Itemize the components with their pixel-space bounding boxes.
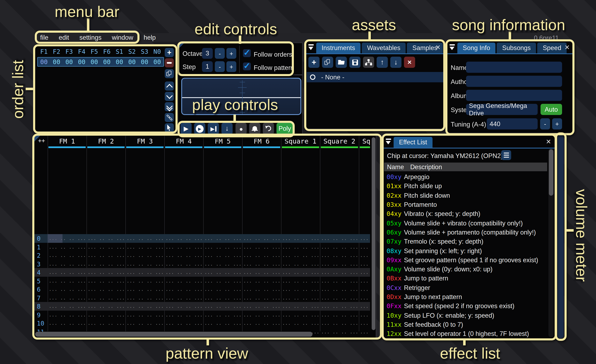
order-move-down-double-button[interactable] — [165, 102, 174, 111]
order-column-header[interactable]: F1 — [38, 48, 50, 55]
pattern-cell[interactable]: ... .. .. .... — [203, 243, 242, 251]
order-remove-button[interactable] — [165, 58, 174, 67]
pattern-cell[interactable]: ... .. .. .... — [242, 234, 281, 243]
effect-row[interactable]: 01xx Pitch slide up — [384, 182, 547, 191]
pattern-cell[interactable]: ... .. .. .... — [242, 243, 281, 251]
system-auto-button[interactable]: Auto — [541, 104, 562, 115]
order-cell[interactable]: 00 — [50, 58, 63, 66]
pattern-cell[interactable]: ... .. .. .... — [242, 319, 281, 328]
pattern-cell[interactable]: ... .. .. .... — [125, 310, 164, 319]
pattern-cell[interactable]: ... .. .. .... — [203, 260, 242, 268]
effect-row[interactable]: 03xx Portamento — [384, 200, 547, 210]
effect-row[interactable]: 08xy Set panning (x: left; y: right) — [384, 246, 547, 256]
pattern-cell[interactable]: ... .. .. .... — [320, 293, 359, 302]
pattern-cell[interactable]: ... .. .. .... — [125, 243, 164, 251]
play-pattern-button[interactable]: ▶ — [194, 123, 205, 134]
pattern-cell[interactable]: ... .. .. .... — [359, 260, 370, 268]
pattern-horizontal-scrollbar[interactable] — [35, 332, 313, 337]
order-column-header[interactable]: S3 — [138, 48, 151, 55]
metronome-button[interactable] — [249, 123, 260, 134]
order-cell[interactable]: 00 — [113, 58, 126, 66]
order-move-down-button[interactable] — [165, 92, 174, 101]
close-icon[interactable]: × — [546, 137, 551, 146]
effect-row[interactable]: 05xy Volume slide + vibrato (compatibili… — [384, 218, 547, 228]
pattern-cell[interactable]: ... .. .. .... — [359, 302, 370, 310]
pattern-cell[interactable]: ... .. .. .... — [87, 285, 125, 293]
asset-add-button[interactable]: + — [308, 57, 320, 68]
asset-folders-button[interactable] — [363, 57, 374, 68]
pattern-cell[interactable]: ... .. .. .... — [359, 234, 370, 243]
close-icon[interactable]: × — [565, 43, 569, 51]
order-cell[interactable]: 00 — [63, 58, 75, 66]
pattern-cell[interactable]: ... .. .. .... — [359, 285, 370, 293]
pattern-cell[interactable]: ... .. .. .... — [164, 293, 203, 302]
step-value[interactable]: 1 — [202, 61, 213, 72]
pattern-row[interactable]: 5 ... .. .. .... ... .. .. .... ... .. .… — [34, 277, 370, 285]
channel-header[interactable]: Square 3 — [359, 137, 370, 148]
order-cell[interactable]: 00 — [126, 58, 138, 66]
pattern-row[interactable]: 3 ... .. .. .... ... .. .. .... ... .. .… — [34, 260, 370, 268]
pattern-cell[interactable]: ... .. .. .... — [164, 285, 203, 293]
repeat-button[interactable] — [263, 123, 274, 134]
move-cursor-down-button[interactable]: ↓ — [221, 123, 233, 134]
pattern-cell[interactable]: ... .. .. .... — [320, 243, 359, 251]
pattern-cell[interactable]: ... .. .. .... — [281, 234, 320, 243]
effect-row[interactable]: 0Fxx Set speed (speed 2 if no grooves ex… — [384, 302, 547, 311]
pattern-row[interactable]: 10 ... .. .. .... ... .. .. .... ... .. … — [34, 319, 370, 328]
pattern-cell[interactable]: ... .. .. .... — [242, 251, 281, 260]
pattern-cell[interactable]: ... .. .. .... — [281, 319, 320, 328]
pattern-cell[interactable]: ... .. .. .... — [125, 302, 164, 310]
order-edit-mode-button[interactable] — [165, 123, 174, 132]
order-cell[interactable]: 00 — [151, 58, 164, 66]
order-column-header[interactable]: F5 — [88, 48, 101, 55]
pattern-cell[interactable]: ... .. .. .... — [48, 260, 87, 268]
pattern-cell[interactable]: ... .. .. .... — [164, 251, 203, 260]
pattern-cell[interactable]: ... .. .. .... — [164, 319, 203, 328]
octave-minus-button[interactable]: - — [215, 48, 225, 59]
pattern-cell[interactable]: ... .. .. .... — [125, 277, 164, 285]
pattern-cell[interactable]: ... .. .. .... — [164, 234, 203, 243]
pattern-cell[interactable]: ... .. .. .... — [281, 310, 320, 319]
order-column-header[interactable]: F3 — [63, 48, 75, 55]
pattern-row[interactable]: 9 ... .. .. .... ... .. .. .... ... .. .… — [34, 310, 370, 319]
close-icon[interactable]: × — [436, 43, 440, 51]
pattern-cell[interactable]: ... .. .. .... — [87, 251, 125, 260]
pattern-cell[interactable]: ... .. .. .... — [125, 234, 164, 243]
order-column-header[interactable]: S1 — [113, 48, 126, 55]
pattern-cell[interactable]: ... .. .. .... — [125, 251, 164, 260]
order-row-selected[interactable]: 00000000000000000000 — [37, 57, 164, 67]
pattern-cell[interactable]: ... .. .. .... — [281, 260, 320, 268]
pattern-cell[interactable]: ... .. .. .... — [203, 302, 242, 310]
pattern-cell[interactable]: ... .. .. .... — [203, 251, 242, 260]
pattern-cell[interactable]: ... .. .. .... — [203, 234, 242, 243]
pattern-cell[interactable]: ... .. .. .... — [87, 302, 125, 310]
assets-tab[interactable]: Wavetables — [362, 43, 406, 53]
pattern-cell[interactable]: ... .. .. .... — [48, 243, 87, 251]
effect-row[interactable]: 12xx Set level of operator 1 (0 highest,… — [384, 329, 547, 339]
author-input[interactable] — [466, 76, 562, 87]
order-column-header[interactable]: N0 — [151, 48, 164, 55]
asset-delete-button[interactable]: × — [404, 57, 415, 68]
song-tab[interactable]: Song Info — [457, 43, 496, 53]
effect-row[interactable]: 06xy Volume slide + portamento (compatib… — [384, 228, 547, 237]
effect-row[interactable]: 0Bxx Jump to pattern — [384, 274, 547, 283]
octave-plus-button[interactable]: + — [226, 48, 236, 59]
collapse-icon[interactable] — [308, 44, 314, 50]
order-duplicate-button[interactable] — [165, 69, 174, 78]
asset-open-button[interactable] — [336, 57, 347, 68]
pattern-cell[interactable]: ... .. .. .... — [320, 277, 359, 285]
effect-row[interactable]: 11xx Set feedback (0 to 7) — [384, 320, 547, 329]
step-row-button[interactable]: ▶ — [208, 123, 219, 134]
follow-orders-checkbox[interactable]: ✓ — [243, 49, 251, 57]
menu-item-settings[interactable]: settings — [80, 34, 102, 41]
pattern-cell[interactable]: ... .. .. .... — [164, 243, 203, 251]
effect-menu-button[interactable] — [501, 150, 511, 160]
pattern-cell[interactable]: ... .. .. .... — [48, 251, 87, 260]
order-cell[interactable]: 00 — [101, 58, 113, 66]
effect-row[interactable]: 04xy Vibrato (x: speed; y: depth) — [384, 209, 547, 218]
pattern-cell[interactable]: ... .. .. .... — [164, 268, 203, 277]
pattern-cell[interactable]: ... .. .. .... — [242, 268, 281, 277]
pattern-cell[interactable]: ... .. .. .... — [125, 260, 164, 268]
pattern-cell[interactable]: ... .. .. .... — [242, 293, 281, 302]
pattern-cell[interactable]: ... .. .. .... — [87, 319, 125, 328]
